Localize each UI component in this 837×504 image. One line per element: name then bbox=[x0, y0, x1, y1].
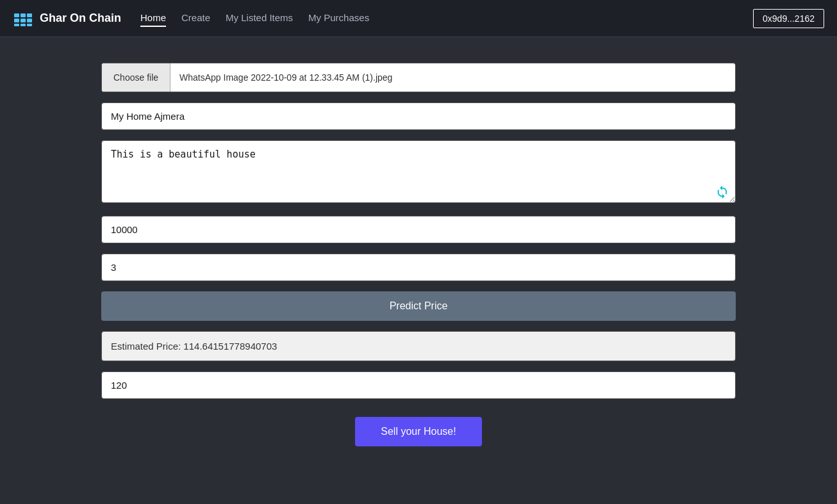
svg-rect-6 bbox=[14, 24, 19, 26]
sell-button-wrapper: Sell your House! bbox=[101, 417, 736, 446]
predict-price-button[interactable]: Predict Price bbox=[101, 291, 736, 321]
area-input[interactable] bbox=[101, 216, 736, 243]
nav-logo: Ghar On Chain bbox=[13, 8, 121, 29]
refresh-icon[interactable] bbox=[715, 185, 729, 199]
logo-icon bbox=[13, 8, 33, 29]
form-container: Choose file WhatsApp Image 2022-10-09 at… bbox=[101, 63, 736, 446]
bedrooms-input[interactable] bbox=[101, 254, 736, 281]
svg-rect-4 bbox=[21, 19, 26, 22]
file-input-row: Choose file WhatsApp Image 2022-10-09 at… bbox=[101, 63, 736, 92]
nav-links: Home Create My Listed Items My Purchases bbox=[140, 10, 753, 27]
navbar: Ghar On Chain Home Create My Listed Item… bbox=[0, 0, 837, 37]
choose-file-button[interactable]: Choose file bbox=[102, 63, 170, 92]
svg-rect-7 bbox=[21, 24, 26, 26]
main-content: Choose file WhatsApp Image 2022-10-09 at… bbox=[0, 37, 837, 472]
price-input[interactable] bbox=[101, 371, 736, 399]
description-wrapper bbox=[101, 140, 736, 206]
nav-link-listed[interactable]: My Listed Items bbox=[226, 10, 293, 27]
title-input[interactable] bbox=[101, 102, 736, 130]
wallet-address-button[interactable]: 0x9d9...2162 bbox=[753, 9, 824, 28]
svg-rect-8 bbox=[27, 24, 32, 26]
estimated-price-display: Estimated Price: 114.64151778940703 bbox=[101, 331, 736, 361]
nav-link-purchases[interactable]: My Purchases bbox=[308, 10, 369, 27]
description-textarea[interactable] bbox=[101, 140, 736, 203]
svg-rect-3 bbox=[14, 19, 19, 22]
nav-logo-text: Ghar On Chain bbox=[40, 12, 121, 25]
svg-rect-1 bbox=[21, 13, 26, 17]
nav-link-home[interactable]: Home bbox=[140, 10, 166, 27]
nav-link-create[interactable]: Create bbox=[181, 10, 210, 27]
svg-rect-2 bbox=[27, 13, 32, 17]
svg-rect-5 bbox=[27, 19, 32, 22]
svg-rect-0 bbox=[14, 13, 19, 17]
file-name-display: WhatsApp Image 2022-10-09 at 12.33.45 AM… bbox=[170, 63, 735, 92]
sell-house-button[interactable]: Sell your House! bbox=[355, 417, 481, 446]
